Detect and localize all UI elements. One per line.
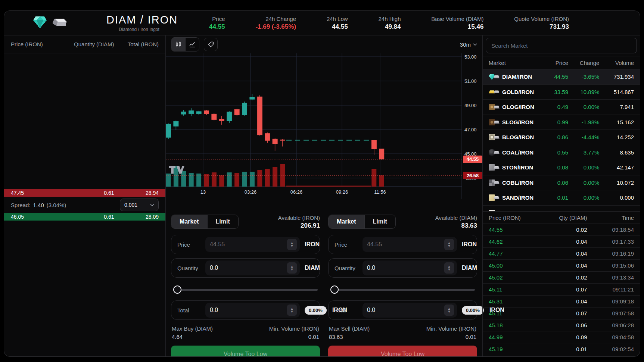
market-row[interactable]: STON/IRON0.080.00%42.147 bbox=[483, 160, 640, 175]
app-window: DIAM / IRON Diamond / Iron Ingot Price44… bbox=[4, 10, 640, 357]
market-list-header: Market Price Change Volume bbox=[483, 56, 640, 69]
tick-size-select[interactable]: 0.001 bbox=[120, 199, 159, 211]
trade-row: 44.770.0409:16:19 bbox=[483, 248, 640, 260]
price-axis-label: 47.00 bbox=[464, 127, 477, 132]
max-sell-label: Max Sell (DIAM) bbox=[329, 325, 370, 332]
market-row[interactable]: GOLD/IRON33.5910.89%514.867 bbox=[483, 85, 640, 100]
buy-slider-handle[interactable] bbox=[173, 285, 181, 294]
market-row[interactable]: SLOG/IRON0.99-1.98%15.162 bbox=[483, 115, 640, 130]
market-row[interactable]: OLOG/IRON0.490.00%7.941 bbox=[483, 100, 640, 115]
ask-row[interactable]: 47.450.6128.94 bbox=[4, 189, 165, 197]
sell-tab-market[interactable]: Market bbox=[329, 215, 364, 228]
sell-quantity-stepper[interactable]: ▲▼ bbox=[444, 262, 454, 274]
iron-ingot-icon bbox=[494, 74, 500, 80]
sell-price-stepper[interactable]: ▲▼ bbox=[444, 239, 454, 250]
pair-subtitle: Diamond / Iron Ingot bbox=[106, 27, 172, 32]
market-row[interactable]: SAND/IRON0.010.00%0.000 bbox=[483, 190, 640, 206]
market-pair: COBL/IRON bbox=[489, 180, 542, 186]
market-pair: STON/IRON bbox=[489, 164, 542, 171]
market-name: STON/IRON bbox=[502, 164, 533, 171]
buy-available-label: Available (IRON) bbox=[278, 215, 320, 221]
buy-amount-slider[interactable] bbox=[173, 285, 318, 294]
trade-price: 45.19 bbox=[489, 346, 540, 352]
market-volume: 10.072 bbox=[599, 180, 634, 186]
market-row[interactable]: DIAM/IRON44.55-3.65%731.934 bbox=[483, 69, 640, 85]
market-pair: SAND/IRON bbox=[489, 194, 542, 201]
pair-name: DIAM / IRON bbox=[106, 14, 172, 26]
buy-quantity-stepper[interactable]: ▲▼ bbox=[287, 262, 297, 274]
gold-ingot-icon bbox=[489, 89, 495, 95]
candlestick-chart-button[interactable] bbox=[171, 38, 185, 51]
volume-badge-value: 26.58 bbox=[467, 173, 479, 178]
market-row[interactable]: WOOL/IRON0.01-1.00%12.542 bbox=[483, 206, 640, 212]
buy-tab-limit[interactable]: Limit bbox=[207, 215, 238, 228]
market-change: 0.00% bbox=[568, 164, 599, 171]
header: DIAM / IRON Diamond / Iron Ingot Price44… bbox=[4, 11, 640, 35]
trade-price: 45.11 bbox=[489, 286, 540, 293]
search-market-input[interactable] bbox=[486, 38, 637, 53]
market-volume: 15.162 bbox=[599, 119, 634, 125]
trade-row: 45.110.0709:11:21 bbox=[483, 284, 640, 296]
sell-slider-handle[interactable] bbox=[330, 285, 339, 294]
price-chart[interactable]: 1303:2606:2609:2611:5653.0051.0049.0047.… bbox=[166, 53, 482, 199]
sand-icon bbox=[489, 194, 495, 201]
spread-value: 1.40 bbox=[33, 202, 44, 208]
market-change: 0.00% bbox=[568, 194, 599, 201]
buy-quantity-input[interactable] bbox=[210, 265, 287, 271]
sell-quantity-input[interactable] bbox=[367, 265, 444, 271]
sell-quantity-label: Quantity bbox=[335, 265, 358, 271]
market-row[interactable]: COBL/IRON0.060.00%10.072 bbox=[483, 175, 640, 191]
candle bbox=[189, 111, 194, 114]
bid-row[interactable]: 46.050.6128.09 bbox=[4, 213, 165, 221]
trade-qty: 0.04 bbox=[540, 238, 587, 245]
buy-submit-button[interactable]: Volume Too Low bbox=[171, 346, 320, 357]
buy-price-stepper[interactable]: ▲▼ bbox=[287, 239, 297, 250]
candle bbox=[280, 140, 285, 141]
market-row[interactable]: BLOG/IRON0.86-4.44%14.252 bbox=[483, 130, 640, 145]
sell-submit-button[interactable]: Volume Too Low bbox=[328, 346, 477, 357]
sell-total-input[interactable] bbox=[367, 307, 444, 313]
trade-time: 09:04:58 bbox=[587, 334, 634, 340]
buy-tab-market[interactable]: Market bbox=[171, 215, 207, 228]
market-name: COAL/IRON bbox=[502, 149, 533, 156]
buy-total-input[interactable] bbox=[210, 307, 287, 313]
birch-log-icon bbox=[489, 134, 495, 140]
stat-value: -1.69 (-3.65%) bbox=[255, 23, 296, 31]
diamond-icon bbox=[489, 74, 495, 80]
trade-qty-col: Qty (DIAM) bbox=[540, 215, 587, 221]
volume-bar bbox=[273, 167, 277, 187]
line-chart-button[interactable] bbox=[185, 38, 199, 51]
price-tag-button[interactable] bbox=[204, 38, 218, 51]
market-pair: BLOG/IRON bbox=[489, 134, 542, 140]
candle bbox=[196, 112, 201, 114]
book-col-total: Total (IRON) bbox=[114, 41, 159, 47]
trade-row: 45.020.0209:13:34 bbox=[483, 272, 640, 284]
sell-total-stepper[interactable]: ▲▼ bbox=[444, 305, 454, 316]
sell-amount-slider[interactable] bbox=[330, 285, 475, 294]
header-stats: Price44.5524h Change-1.69 (-3.65%)24h Lo… bbox=[172, 16, 640, 31]
market-change: 0.00% bbox=[568, 104, 599, 110]
interval-value: 30m bbox=[460, 41, 471, 48]
sell-price-input[interactable] bbox=[367, 241, 444, 248]
candle bbox=[379, 149, 384, 159]
interval-dropdown[interactable]: 30m bbox=[460, 41, 477, 48]
market-pair: GOLD/IRON bbox=[489, 89, 542, 95]
trade-qty: 0.04 bbox=[540, 262, 587, 269]
sell-price-unit: IRON bbox=[462, 241, 479, 248]
buy-total-stepper[interactable]: ▲▼ bbox=[287, 305, 297, 316]
sell-panel: Market Limit Available (DIAM) 83.63 Pric… bbox=[328, 215, 477, 357]
trade-time: 09:11:21 bbox=[587, 286, 634, 293]
market-price: 33.59 bbox=[542, 89, 568, 95]
trade-history-list: 44.550.0209:18:5444.620.0409:17:3344.770… bbox=[483, 224, 640, 356]
buy-price-input[interactable] bbox=[210, 241, 287, 248]
book-col-quantity: Quantity (DIAM) bbox=[67, 41, 114, 47]
sell-tab-limit[interactable]: Limit bbox=[364, 215, 395, 228]
markets-panel: Market Price Change Volume DIAM/IRON44.5… bbox=[482, 35, 640, 356]
header-stat: 24h Low44.55 bbox=[327, 16, 348, 31]
candle bbox=[371, 140, 376, 149]
iron-ingot-icon bbox=[50, 16, 67, 31]
market-row[interactable]: COAL/IRON0.553.77%8.635 bbox=[483, 145, 640, 160]
market-name: DIAM/IRON bbox=[502, 74, 532, 80]
trade-row: 45.310.0409:09:18 bbox=[483, 296, 640, 308]
bid-quantity: 0.61 bbox=[67, 214, 114, 220]
